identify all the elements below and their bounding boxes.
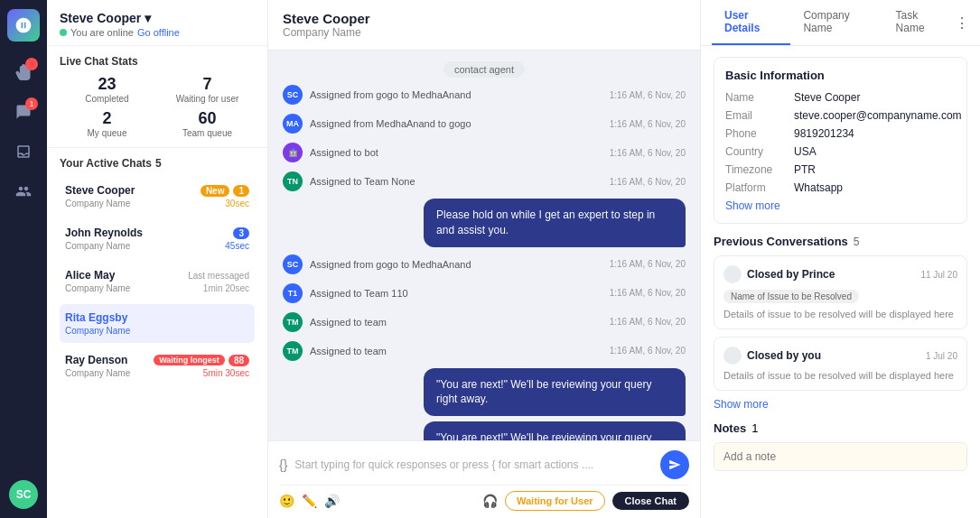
chat-name-alice: Alice May [65, 269, 115, 282]
inbox-nav-icon[interactable] [7, 135, 40, 168]
note-input[interactable] [714, 442, 967, 471]
conv-closed-by-2: Closed by you [723, 347, 821, 365]
chat-input-area: {} Start typing for quick responses or p… [268, 440, 700, 518]
emoji-icon[interactable]: 🙂 [279, 494, 294, 508]
chat-header-name: Steve Cooper [283, 11, 686, 26]
agent-name: Steve Cooper ▾ [60, 11, 255, 25]
msg-bubble-2: "You are next!" We'll be reviewing your … [424, 368, 686, 417]
sidebar: Steve Cooper ▾ You are online Go offline… [47, 0, 268, 518]
system-time-4: 1:16 AM, 6 Nov, 20 [610, 177, 686, 187]
chat-header: Steve Cooper Company Name [268, 0, 700, 51]
chat-badge-john: 3 [233, 227, 249, 239]
chat-company-steve: Company Name [65, 199, 130, 208]
active-chats-section: Your Active Chats 5 Steve Cooper New 1 C… [47, 148, 267, 518]
system-text-5: Assigned from gogo to MedhaAnand [310, 259, 602, 270]
waiting-longest-badge: Waiting longest [154, 355, 225, 365]
notes-section: Notes 1 [714, 421, 967, 471]
live-chat-stats: Live Chat Stats 23 Completed 7 Waiting f… [47, 46, 267, 148]
chat-name-ray: Ray Denson [65, 354, 127, 366]
close-chat-button[interactable]: Close Chat [612, 492, 689, 510]
conv-item-2: Closed by you 1 Jul 20 Details of issue … [714, 337, 967, 391]
chat-item-rita[interactable]: Rita Eggsby Company Name [60, 304, 255, 343]
prev-conv-header: Previous Conversations 5 [714, 235, 967, 248]
stat-waiting-user: 7 Waiting for user [160, 75, 255, 104]
system-msg-2: MA Assigned from MedhaAnand to gogo 1:16… [283, 114, 686, 134]
agent-status: You are online Go offline [60, 27, 255, 38]
chat-main: Steve Cooper Company Name contact agent … [268, 0, 700, 518]
chat-time-alice: 1min 20sec [203, 283, 249, 293]
system-avatar-1: SC [283, 85, 303, 105]
msg-bubble-1: Please hold on while I get an expert to … [424, 199, 686, 247]
go-offline-link[interactable]: Go offline [137, 27, 180, 38]
send-button[interactable] [660, 450, 689, 479]
info-row-name: Name Steve Cooper [725, 91, 956, 104]
conv-detail-2: Details of issue to be resolved will be … [723, 370, 957, 381]
system-msg-5: SC Assigned from gogo to MedhaAnand 1:16… [283, 254, 686, 274]
basic-info-card: Basic Information Name Steve Cooper Emai… [714, 57, 967, 224]
chat-item-steve[interactable]: Steve Cooper New 1 Company Name 30sec [60, 177, 255, 216]
chat-name-steve: Steve Cooper [65, 184, 135, 197]
system-time-3: 1:16 AM, 6 Nov, 20 [610, 148, 686, 158]
info-row-timezone: Timezone PTR [725, 163, 956, 176]
conv-avatar-1 [723, 265, 742, 283]
system-time-7: 1:16 AM, 6 Nov, 20 [610, 317, 686, 327]
basic-info-title: Basic Information [725, 69, 956, 82]
app-logo [7, 9, 40, 42]
system-avatar-8: TM [283, 341, 303, 361]
chat-company-rita: Company Name [65, 326, 130, 336]
system-avatar-5: SC [283, 254, 303, 274]
chat-nav-icon[interactable]: 1 [7, 96, 40, 128]
right-panel: User Details Company Name Task Name ⋮ Ba… [700, 0, 980, 518]
stat-team-queue: 60 Team queue [160, 109, 255, 138]
right-tabs: User Details Company Name Task Name ⋮ [701, 0, 980, 46]
tab-user-details[interactable]: User Details [712, 0, 790, 45]
tab-task-name[interactable]: Task Name [883, 0, 955, 45]
chat-item-ray[interactable]: Ray Denson Waiting longest 88 Company Na… [60, 347, 255, 385]
chat-badge-count: 1 [233, 185, 249, 197]
info-row-platform: Platform Whatsapp [725, 181, 956, 194]
system-avatar-7: TM [283, 312, 303, 332]
system-text-1: Assigned from gogo to MedhaAnand [310, 89, 602, 100]
chat-company-john: Company Name [65, 241, 130, 251]
system-msg-7: TM Assigned to team 1:16 AM, 6 Nov, 20 [283, 312, 686, 332]
conv-top-1: Closed by Prince 11 Jul 20 [723, 265, 957, 283]
waiting-for-user-button[interactable]: Waiting for User [505, 491, 605, 511]
attachment-icon[interactable]: ✏️ [302, 494, 317, 508]
contacts-nav-icon[interactable] [7, 175, 40, 208]
chat-messages: contact agent SC Assigned from gogo to M… [268, 51, 700, 440]
show-more-basic[interactable]: Show more [725, 199, 956, 212]
chat-input[interactable]: Start typing for quick responses or pres… [294, 458, 653, 471]
chat-company-ray: Company Name [65, 368, 130, 378]
stat-my-queue: 2 My queue [60, 109, 154, 138]
chat-time-john: 45sec [225, 241, 249, 251]
conv-tag-1: Name of Issue to be Resolved [723, 290, 859, 303]
system-text-4: Assigned to Team None [310, 176, 602, 187]
system-text-7: Assigned to team [310, 317, 602, 328]
chat-item-alice[interactable]: Alice May Last messaged Company Name 1mi… [60, 262, 255, 301]
chat-badge-new: New [201, 185, 230, 197]
system-time-5: 1:16 AM, 6 Nov, 20 [610, 259, 686, 269]
system-avatar-6: T1 [283, 283, 303, 303]
notes-header: Notes 1 [714, 421, 967, 435]
prev-conversations-section: Previous Conversations 5 Closed by Princ… [714, 235, 967, 411]
info-row-country: Country USA [725, 145, 956, 158]
system-text-3: Assigned to bot [310, 147, 602, 158]
show-more-conv[interactable]: Show more [714, 398, 967, 411]
more-options-icon[interactable]: ⋮ [955, 14, 969, 32]
msg-bubble-3: "You are next!" We'll be reviewing your … [424, 421, 686, 440]
tab-company-name[interactable]: Company Name [790, 0, 882, 45]
chat-badge: 1 [25, 97, 38, 110]
status-indicator [60, 29, 67, 36]
hand-icon[interactable] [7, 56, 40, 88]
chevron-down-icon[interactable]: ▾ [145, 11, 151, 25]
chat-header-company: Company Name [283, 26, 686, 39]
system-time-2: 1:16 AM, 6 Nov, 20 [610, 119, 686, 129]
chat-name-rita: Rita Eggsby [65, 311, 127, 324]
audio-icon[interactable]: 🔊 [324, 494, 340, 508]
system-msg-6: T1 Assigned to Team 110 1:16 AM, 6 Nov, … [283, 283, 686, 303]
headset-icon[interactable]: 🎧 [482, 494, 498, 508]
user-avatar[interactable]: SC [9, 480, 38, 509]
chat-item-john[interactable]: John Reynolds 3 Company Name 45sec [60, 219, 255, 258]
active-chats-header: Your Active Chats 5 [60, 157, 255, 170]
right-content: Basic Information Name Steve Cooper Emai… [701, 46, 980, 518]
